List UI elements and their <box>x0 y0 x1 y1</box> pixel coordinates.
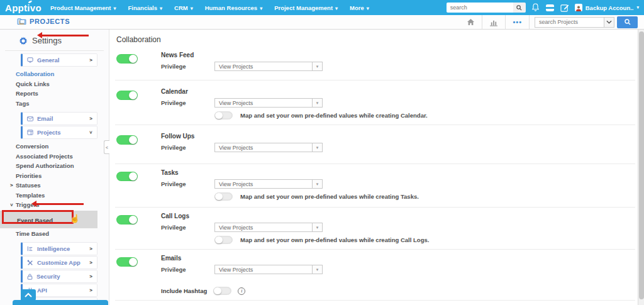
setting-label: Calendar <box>161 88 635 95</box>
setting-row-call-logs: Call Logs Privilege View Projects ▾ Map … <box>115 208 635 250</box>
account-name: Backup Accoun.. <box>586 4 634 11</box>
global-search-input[interactable] <box>447 3 513 13</box>
global-search <box>447 3 526 13</box>
sidebar-section-projects[interactable]: Projects > <box>21 126 97 139</box>
call-logs-privilege-select[interactable]: View Projects ▾ <box>214 223 323 232</box>
sidebar-collapse-handle[interactable]: < <box>104 140 109 154</box>
chevron-down-icon: ▾ <box>636 5 639 10</box>
projects-search <box>535 16 638 28</box>
app-drawer-icon[interactable] <box>545 4 555 12</box>
feeds-compose-icon[interactable] <box>560 4 569 12</box>
apptivo-logo[interactable]: Apptivo <box>5 3 42 13</box>
sidebar-section-intelligence[interactable]: Intelligence > <box>21 242 97 255</box>
map-values-text: Map and set your own pre-defined values … <box>240 236 429 243</box>
call-logs-toggle[interactable] <box>116 215 138 225</box>
privilege-label: Privilege <box>161 144 214 151</box>
call-logs-map-toggle[interactable] <box>214 236 233 244</box>
setting-row-calendar: Calendar Privilege View Projects ▾ Map a… <box>115 80 635 125</box>
sidebar-item-tags[interactable]: Tags <box>0 99 109 109</box>
reports-chart-button[interactable] <box>482 15 505 29</box>
include-hashtag-toggle[interactable] <box>213 287 231 295</box>
calendar-toggle[interactable] <box>116 91 138 100</box>
map-values-text: Map and set your own pre-defined values … <box>240 193 419 200</box>
sidebar-item-collaboration[interactable]: Collaboration <box>0 69 109 79</box>
select-value: View Projects <box>214 265 313 274</box>
tasks-map-toggle[interactable] <box>214 192 233 201</box>
chevron-down-icon: > <box>8 203 16 206</box>
menu-human-resources[interactable]: Human Resources <box>205 4 262 11</box>
menu-product-management[interactable]: Product Management <box>50 4 116 11</box>
sidebar-scroll-down-bar[interactable] <box>13 300 108 305</box>
sidebar-item-spend-authorization[interactable]: Spend Authorization <box>0 161 109 171</box>
gear-icon <box>19 36 28 45</box>
page-title: PROJECTS <box>30 18 70 25</box>
follow-ups-privilege-select[interactable]: View Projects ▾ <box>214 143 323 152</box>
sidebar-item-conversion[interactable]: Conversion <box>0 141 109 152</box>
menu-more[interactable]: More <box>350 4 369 11</box>
sidebar-item-quick-links[interactable]: Quick Links <box>0 79 109 89</box>
chevron-down-icon: ▾ <box>313 62 323 71</box>
global-search-button[interactable] <box>513 3 526 13</box>
calendar-map-toggle[interactable] <box>214 111 233 119</box>
home-button[interactable] <box>460 15 482 29</box>
projects-search-input[interactable] <box>535 17 604 28</box>
section-label: General <box>37 57 59 64</box>
more-options-button[interactable]: ••• <box>506 15 529 29</box>
news-feed-toggle[interactable] <box>116 54 138 64</box>
menu-project-management[interactable]: Project Management <box>274 4 338 11</box>
emails-toggle[interactable] <box>116 257 138 267</box>
projects-folder-icon <box>17 18 26 25</box>
hand-cursor-icon: ☝ <box>70 214 80 223</box>
projects-search-button[interactable] <box>617 16 638 28</box>
menu-crm[interactable]: CRM <box>174 4 193 11</box>
sidebar-section-general[interactable]: General > <box>21 53 97 67</box>
leaf-icon <box>28 0 33 4</box>
monitor-icon <box>27 57 33 63</box>
chevron-right-icon: > <box>89 274 92 279</box>
chevron-down-icon: ▾ <box>313 179 323 189</box>
sidebar-item-priorities[interactable]: Priorities <box>0 171 109 181</box>
menu-financials[interactable]: Financials <box>128 4 162 11</box>
section-label: API <box>37 287 47 294</box>
info-icon[interactable]: i <box>238 287 245 295</box>
include-hashtag-label: Include Hashtag <box>161 287 207 294</box>
scrollbar-thumb[interactable] <box>639 31 644 299</box>
chevron-right-icon: > <box>89 116 92 121</box>
setting-label: Call Logs <box>161 213 635 219</box>
privilege-label: Privilege <box>161 180 214 187</box>
app-header-bar: PROJECTS ••• <box>0 15 644 30</box>
vertical-scrollbar[interactable] <box>638 30 644 305</box>
search-options-caret[interactable] <box>604 17 614 28</box>
emails-privilege-select[interactable]: View Projects ▾ <box>214 265 323 274</box>
sidebar-item-triggers[interactable]: > Triggers <box>0 200 109 210</box>
account-menu[interactable]: Backup Accoun.. ▾ <box>575 4 639 11</box>
chevron-right-icon: > <box>89 246 92 252</box>
tasks-toggle[interactable] <box>116 172 138 181</box>
section-label: Intelligence <box>37 245 70 252</box>
sidebar-item-templates[interactable]: Templates <box>0 191 109 201</box>
chevron-down-icon: > <box>88 131 94 134</box>
sidebar-section-customize-app[interactable]: Customize App > <box>21 256 97 269</box>
sidebar-scroll-up-button[interactable] <box>21 289 36 301</box>
sidebar-item-statuses[interactable]: > Statuses <box>0 180 109 191</box>
sidebar-item-time-based[interactable]: Time Based <box>0 229 109 239</box>
privilege-label: Privilege <box>161 63 214 70</box>
notifications-bell-icon[interactable] <box>531 3 540 12</box>
subitem-label: Event Based <box>17 217 53 224</box>
select-value: View Projects <box>214 179 313 189</box>
calendar-privilege-select[interactable]: View Projects ▾ <box>214 98 323 108</box>
intelligence-chart-icon <box>27 246 33 252</box>
sidebar-section-security[interactable]: Security > <box>21 270 97 283</box>
sidebar-item-reports[interactable]: Reports <box>0 89 109 99</box>
general-subitems: Collaboration Quick Links Reports Tags <box>0 67 109 111</box>
sidebar-item-event-based[interactable]: Event Based ☝ <box>0 211 97 228</box>
follow-ups-toggle[interactable] <box>116 135 138 145</box>
sidebar-item-associated-projects[interactable]: Associated Projects <box>0 152 109 162</box>
tasks-privilege-select[interactable]: View Projects ▾ <box>214 179 323 189</box>
news-feed-privilege-select[interactable]: View Projects ▾ <box>214 62 323 71</box>
select-value: View Projects <box>214 98 313 108</box>
user-avatar <box>575 4 582 11</box>
sidebar-section-email[interactable]: Email > <box>21 112 97 125</box>
chevron-down-icon: ▾ <box>313 265 323 274</box>
select-value: View Projects <box>214 62 313 71</box>
